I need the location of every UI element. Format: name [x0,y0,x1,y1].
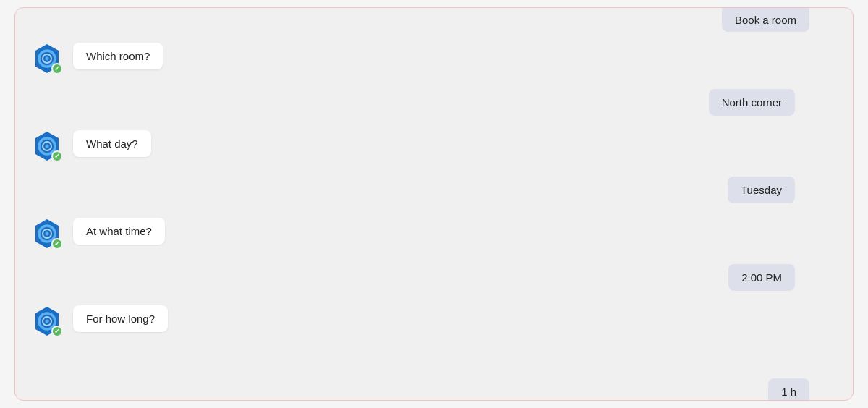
check-badge [51,238,63,250]
bot-avatar [31,130,63,162]
message-row: For how long? [30,297,838,337]
check-badge [51,326,63,337]
top-partial-text: Book a room [735,14,796,26]
bot-bubble: For how long? [73,305,168,332]
check-badge [51,63,63,75]
bot-message-text: At what time? [86,225,152,237]
svg-point-8 [46,145,49,148]
message-row: 2:00 PM [30,255,838,291]
svg-point-16 [46,320,49,323]
check-badge [51,150,63,162]
message-row: At what time? [30,209,838,250]
user-bubble: 2:00 PM [728,264,795,291]
user-message-text: 2:00 PM [741,271,782,284]
message-row: Which room? [30,34,838,75]
svg-point-4 [46,57,49,61]
bot-message-text: For how long? [86,313,155,325]
bot-bubble: What day? [73,130,151,157]
user-bubble: North corner [709,89,795,116]
top-partial-bubble: Book a room [722,8,809,32]
bottom-partial-bubble: 1 h [768,378,809,400]
bot-message-text: What day? [86,137,138,150]
user-bubble: Tuesday [728,177,795,203]
bottom-partial-text: 1 h [781,386,796,398]
message-row: North corner [30,80,838,116]
message-row: Tuesday [30,168,838,203]
chat-body: Which room? North corner What day? [15,22,853,380]
bot-bubble: At what time? [73,218,165,245]
bot-bubble: Which room? [73,43,163,69]
bot-avatar [31,218,63,250]
user-message-text: Tuesday [741,184,782,196]
user-message-text: North corner [722,96,782,109]
bot-avatar [31,305,63,337]
bot-message-text: Which room? [86,50,150,62]
svg-point-12 [46,232,49,236]
chat-container: Book a room Which room [14,7,854,401]
message-row: What day? [30,122,838,162]
bot-avatar [31,43,63,75]
